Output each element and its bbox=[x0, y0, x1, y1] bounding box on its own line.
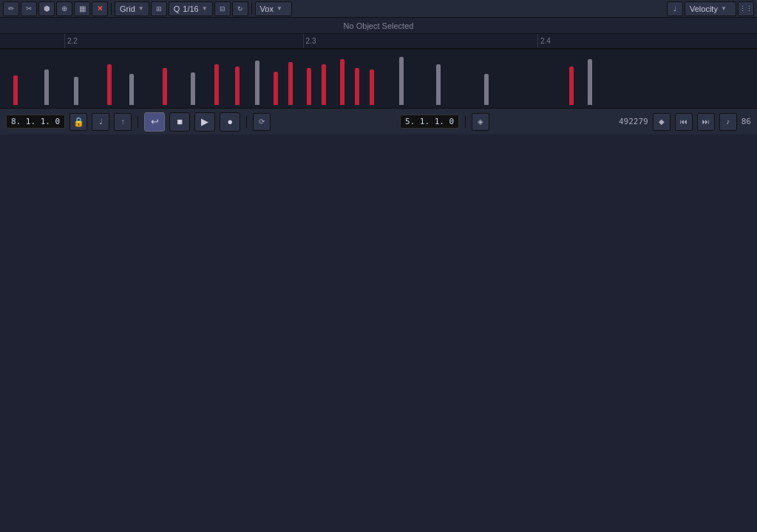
snap-toggle[interactable]: ⊟ bbox=[214, 1, 231, 16]
next-button[interactable]: ⏭ bbox=[697, 113, 715, 131]
instrument-label: Vox bbox=[260, 4, 274, 13]
velocity-bar[interactable] bbox=[255, 61, 259, 105]
grid-arrow-icon: ▼ bbox=[138, 5, 144, 12]
loop-button[interactable]: ⟳ bbox=[253, 113, 271, 131]
quantize-dropdown[interactable]: Q 1/16 ▼ bbox=[169, 1, 213, 16]
velocity-bar[interactable] bbox=[274, 72, 278, 105]
velocity-bar[interactable] bbox=[191, 72, 195, 105]
loop-toggle[interactable]: ↻ bbox=[232, 1, 248, 16]
velocity-bar[interactable] bbox=[370, 69, 374, 105]
quantize-label: Q bbox=[174, 4, 180, 13]
erase-tool[interactable]: ✕ bbox=[92, 1, 108, 16]
snap-mode-button[interactable]: ◈ bbox=[472, 113, 489, 131]
velocity-bar[interactable] bbox=[13, 75, 18, 105]
glue-tool[interactable]: ⬢ bbox=[38, 1, 55, 16]
velocity-bar[interactable] bbox=[569, 66, 574, 105]
velocity-label: Velocity bbox=[690, 4, 718, 13]
velocity-bar[interactable] bbox=[340, 59, 344, 105]
scissors-tool[interactable]: ✂ bbox=[21, 1, 37, 16]
midi-icon[interactable]: ♩ bbox=[667, 1, 683, 16]
pencil-tool[interactable]: ✏ bbox=[3, 1, 19, 16]
tempo-display: 86 bbox=[741, 117, 751, 126]
velocity-arrow-icon: ▼ bbox=[721, 5, 727, 12]
extra-icon[interactable]: ⋮⋮ bbox=[738, 1, 754, 16]
ruler-mark-22: 2.2 bbox=[64, 34, 78, 48]
status-text: No Object Selected bbox=[344, 21, 414, 30]
velocity-panel bbox=[0, 49, 757, 108]
velocity-dropdown[interactable]: Velocity ▼ bbox=[685, 1, 736, 16]
sample-number: 492279 bbox=[619, 117, 648, 126]
instrument-dropdown[interactable]: Vox ▼ bbox=[255, 1, 292, 16]
instrument-arrow-icon: ▼ bbox=[276, 5, 282, 12]
velocity-bar[interactable] bbox=[107, 64, 112, 105]
toolbar: ✏ ✂ ⬢ ⊕ ▦ ✕ Grid ▼ ⊞ Q 1/16 ▼ ⊟ ↻ Vox ▼ … bbox=[0, 0, 757, 18]
velocity-bar[interactable] bbox=[74, 77, 78, 105]
record-button[interactable]: ● bbox=[220, 112, 240, 132]
transport-bar: 8. 1. 1. 0 🔒 ♩ ↑ ↩ ■ ▶ ● ⟳ 5. 1. 1. 0 ◈ … bbox=[0, 108, 757, 134]
velocity-bar[interactable] bbox=[288, 62, 293, 105]
ruler-mark-23: 2.3 bbox=[303, 34, 316, 48]
velocity-bar[interactable] bbox=[307, 68, 311, 105]
velocity-bar[interactable] bbox=[484, 74, 489, 105]
quantize-value: 1/16 bbox=[183, 4, 198, 13]
zoom-tool[interactable]: ⊕ bbox=[56, 1, 72, 16]
rewind-button[interactable]: ↩ bbox=[144, 112, 165, 132]
ruler-mark-24: 2.4 bbox=[537, 34, 551, 48]
grid-dropdown[interactable]: Grid ▼ bbox=[115, 1, 149, 16]
velocity-bar[interactable] bbox=[399, 57, 404, 105]
position-display: 8. 1. 1. 0 bbox=[6, 115, 65, 129]
play-button[interactable]: ▶ bbox=[194, 112, 215, 132]
velocity-bar[interactable] bbox=[355, 68, 359, 105]
velocity-bar[interactable] bbox=[235, 66, 240, 105]
velocity-bar[interactable] bbox=[322, 64, 326, 105]
grid-toggle[interactable]: ⊞ bbox=[151, 1, 167, 16]
timeline-ruler: 2.2 2.3 2.4 bbox=[0, 34, 757, 49]
velocity-bar[interactable] bbox=[214, 64, 219, 105]
stop-button[interactable]: ■ bbox=[169, 112, 190, 132]
grid-label: Grid bbox=[120, 4, 135, 13]
prev-button[interactable]: ⏮ bbox=[675, 113, 693, 131]
sample-icon: ◆ bbox=[653, 113, 671, 131]
velocity-bar[interactable] bbox=[436, 64, 441, 105]
select-tool[interactable]: ▦ bbox=[74, 1, 90, 16]
loop-position-display: 5. 1. 1. 0 bbox=[400, 115, 459, 129]
quantize-arrow-icon: ▼ bbox=[202, 5, 208, 12]
metronome-button[interactable]: ♩ bbox=[92, 113, 109, 131]
follow-button[interactable]: ↑ bbox=[114, 113, 132, 131]
velocity-bar[interactable] bbox=[129, 74, 134, 105]
midi-button[interactable]: ♪ bbox=[719, 113, 737, 131]
velocity-bar[interactable] bbox=[588, 59, 592, 105]
velocity-bar[interactable] bbox=[163, 68, 167, 105]
lock-button[interactable]: 🔒 bbox=[69, 113, 87, 131]
velocity-bar[interactable] bbox=[44, 69, 49, 105]
status-bar: No Object Selected bbox=[0, 18, 757, 34]
